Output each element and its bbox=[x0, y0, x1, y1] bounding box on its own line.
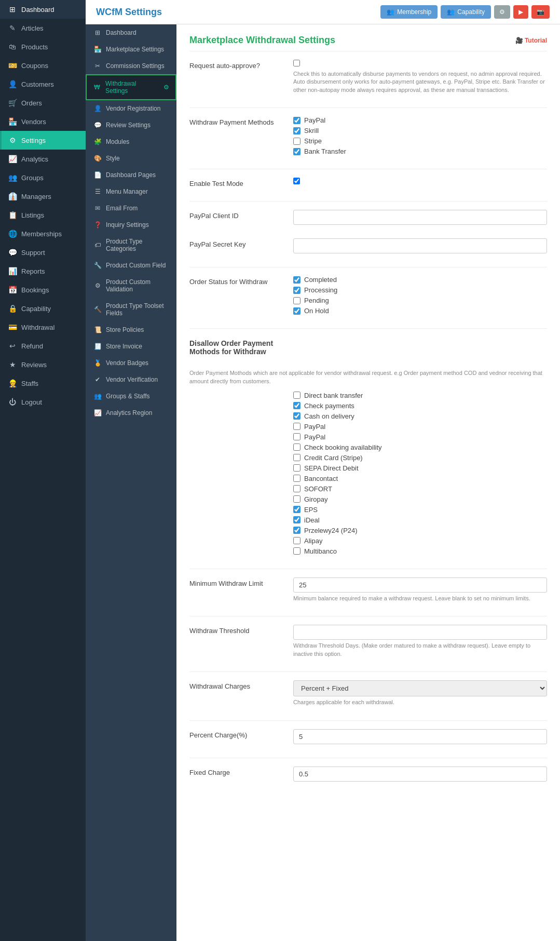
gear-button[interactable]: ⚙ bbox=[494, 5, 510, 19]
fixed-charge-input[interactable] bbox=[293, 767, 547, 782]
sub-nav-modules[interactable]: 🧩 Modules bbox=[86, 133, 176, 150]
disallow-giropay[interactable]: Giropay bbox=[293, 495, 547, 503]
sidebar-item-reports[interactable]: 📊 Reports bbox=[0, 262, 86, 280]
sidebar-item-managers[interactable]: 👔 Managers bbox=[0, 187, 86, 206]
disallow-eps[interactable]: EPS bbox=[293, 506, 547, 514]
paypal-secret-key-input[interactable] bbox=[293, 238, 547, 253]
sub-nav-commission[interactable]: ✂ Commission Settings bbox=[86, 58, 176, 74]
stripe-method-checkbox[interactable] bbox=[293, 138, 301, 145]
disallow-cash-on-delivery[interactable]: Cash on delivery bbox=[293, 412, 547, 420]
sidebar-item-reviews[interactable]: ★ Reviews bbox=[0, 355, 86, 374]
sidebar-item-withdrawal[interactable]: 💳 Withdrawal bbox=[0, 318, 86, 337]
bank-transfer-method-checkbox[interactable] bbox=[293, 148, 301, 155]
sidebar-item-dashboard[interactable]: ⊞ Dashboard bbox=[0, 0, 86, 19]
sub-nav-analytics-region[interactable]: 📈 Analytics Region bbox=[86, 405, 176, 421]
capability-button[interactable]: 👥 Capability bbox=[441, 5, 491, 19]
disallow-credit-card[interactable]: Credit Card (Stripe) bbox=[293, 454, 547, 462]
sub-nav-withdrawal[interactable]: ₩ Withdrawal Settings ⚙ bbox=[86, 74, 176, 100]
paypal-client-id-input[interactable] bbox=[293, 210, 547, 225]
sidebar-item-logout[interactable]: ⏻ Logout bbox=[0, 393, 86, 411]
sidebar-item-settings[interactable]: ⚙ Settings bbox=[0, 131, 86, 150]
payment-methods-row: Withdraw Payment Methods PayPal Skrill bbox=[189, 116, 547, 160]
disallow-alipay[interactable]: Alipay bbox=[293, 537, 547, 545]
sidebar-item-analytics[interactable]: 📈 Analytics bbox=[0, 150, 86, 168]
disallow-bancontact[interactable]: Bancontact bbox=[293, 475, 547, 482]
disallow-paypal2[interactable]: PayPal bbox=[293, 433, 547, 441]
sub-nav-dashboard-pages[interactable]: 📄 Dashboard Pages bbox=[86, 167, 176, 183]
sidebar-item-memberships[interactable]: 🌐 Memberships bbox=[0, 224, 86, 243]
percent-charge-input[interactable] bbox=[293, 729, 547, 744]
disallow-check-payments[interactable]: Check payments bbox=[293, 402, 547, 410]
auto-approve-row: Request auto-approve? Check this to auto… bbox=[189, 60, 547, 99]
bank-transfer-method-item[interactable]: Bank Transfer bbox=[293, 147, 547, 155]
status-completed-checkbox[interactable] bbox=[293, 276, 301, 284]
sidebar-item-staffs[interactable]: 👷 Staffs bbox=[0, 374, 86, 393]
withdrawal-charges-desc: Charges applicable for each withdrawal. bbox=[293, 698, 547, 706]
sub-nav-inquiry[interactable]: ❓ Inquiry Settings bbox=[86, 217, 176, 233]
sub-nav-vendor-badges[interactable]: 🏅 Vendor Badges bbox=[86, 355, 176, 371]
sub-nav-product-custom[interactable]: 🔧 Product Custom Field bbox=[86, 257, 176, 274]
skrill-method-checkbox[interactable] bbox=[293, 127, 301, 135]
disallow-ideal[interactable]: iDeal bbox=[293, 516, 547, 524]
min-withdraw-input[interactable] bbox=[293, 577, 547, 593]
paypal-method-item[interactable]: PayPal bbox=[293, 116, 547, 124]
sidebar-item-articles[interactable]: ✎ Articles bbox=[0, 19, 86, 37]
products-icon: 🛍 bbox=[8, 43, 17, 51]
disallow-przelewy24[interactable]: Przelewy24 (P24) bbox=[293, 527, 547, 534]
tutorial-link[interactable]: 🎥 Tutorial bbox=[515, 37, 547, 44]
sub-nav-product-type[interactable]: 🏷 Product Type Categories bbox=[86, 233, 176, 257]
membership-button[interactable]: 👥 Membership bbox=[380, 5, 438, 19]
tutorial-video-button[interactable]: ▶ bbox=[513, 5, 528, 19]
disallow-check-booking[interactable]: Check booking availability bbox=[293, 443, 547, 451]
sidebar-item-groups[interactable]: 👥 Groups bbox=[0, 168, 86, 187]
sidebar-item-bookings[interactable]: 📅 Bookings bbox=[0, 280, 86, 299]
disallow-sofort[interactable]: SOFORT bbox=[293, 485, 547, 493]
sidebar-item-customers[interactable]: 👤 Customers bbox=[0, 75, 86, 93]
disallow-multibanco[interactable]: Multibanco bbox=[293, 547, 547, 555]
sub-nav-product-toolset[interactable]: 🔨 Product Type Toolset Fields bbox=[86, 298, 176, 321]
sidebar-item-listings[interactable]: 📋 Listings bbox=[0, 206, 86, 224]
sub-nav-vendor-verification[interactable]: ✔ Vendor Verification bbox=[86, 371, 176, 388]
status-processing-item[interactable]: Processing bbox=[293, 286, 547, 294]
disallow-paypal1[interactable]: PayPal bbox=[293, 423, 547, 431]
fixed-charge-label: Fixed Charge bbox=[189, 767, 293, 776]
camera-button[interactable]: 📷 bbox=[531, 5, 550, 19]
status-completed-item[interactable]: Completed bbox=[293, 276, 547, 284]
paypal-method-checkbox[interactable] bbox=[293, 117, 301, 124]
sub-nav-dashboard[interactable]: ⊞ Dashboard bbox=[86, 24, 176, 41]
status-on-hold-item[interactable]: On Hold bbox=[293, 307, 547, 315]
fixed-charge-row: Fixed Charge bbox=[189, 767, 547, 787]
skrill-method-item[interactable]: Skrill bbox=[293, 127, 547, 135]
sub-nav-email-from[interactable]: ✉ Email From bbox=[86, 200, 176, 217]
sub-nav-vendor-reg[interactable]: 👤 Vendor Registration bbox=[86, 100, 176, 117]
sub-nav-menu-manager[interactable]: ☰ Menu Manager bbox=[86, 183, 176, 200]
sidebar-item-refund[interactable]: ↩ Refund bbox=[0, 337, 86, 355]
sidebar-item-vendors[interactable]: 🏪 Vendors bbox=[0, 112, 86, 131]
sidebar-item-coupons[interactable]: 🎫 Coupons bbox=[0, 56, 86, 75]
disallow-sepa[interactable]: SEPA Direct Debit bbox=[293, 464, 547, 472]
sidebar-item-support[interactable]: 💬 Support bbox=[0, 243, 86, 262]
auto-approve-checkbox[interactable] bbox=[293, 60, 300, 66]
sub-nav-style[interactable]: 🎨 Style bbox=[86, 150, 176, 167]
sub-nav-groups-staffs[interactable]: 👥 Groups & Staffs bbox=[86, 388, 176, 405]
sub-nav-store-invoice[interactable]: 🧾 Store Invoice bbox=[86, 338, 176, 355]
percent-charge-row: Percent Charge(%) bbox=[189, 729, 547, 749]
stripe-method-item[interactable]: Stripe bbox=[293, 137, 547, 145]
sub-nav-review[interactable]: 💬 Review Settings bbox=[86, 117, 176, 133]
withdraw-threshold-input[interactable] bbox=[293, 625, 547, 640]
status-on-hold-checkbox[interactable] bbox=[293, 307, 301, 315]
sub-modules-icon: 🧩 bbox=[93, 138, 102, 145]
status-pending-item[interactable]: Pending bbox=[293, 297, 547, 304]
sidebar-item-products[interactable]: 🛍 Products bbox=[0, 37, 86, 56]
sub-nav-store-policies[interactable]: 📜 Store Policies bbox=[86, 321, 176, 338]
status-pending-checkbox[interactable] bbox=[293, 297, 301, 304]
sub-nav-marketplace[interactable]: 🏪 Marketplace Settings bbox=[86, 41, 176, 58]
test-mode-checkbox[interactable] bbox=[293, 178, 300, 184]
withdrawal-charges-select[interactable]: Percent + Fixed Percent Fixed bbox=[293, 680, 547, 696]
sub-nav-product-validation[interactable]: ⚙ Product Custom Validation bbox=[86, 274, 176, 298]
sidebar-item-orders[interactable]: 🛒 Orders bbox=[0, 93, 86, 112]
sidebar-item-capability[interactable]: 🔒 Capability bbox=[0, 299, 86, 318]
disallow-direct-bank[interactable]: Direct bank transfer bbox=[293, 392, 547, 399]
sub-commission-icon: ✂ bbox=[93, 62, 102, 70]
status-processing-checkbox[interactable] bbox=[293, 287, 301, 294]
